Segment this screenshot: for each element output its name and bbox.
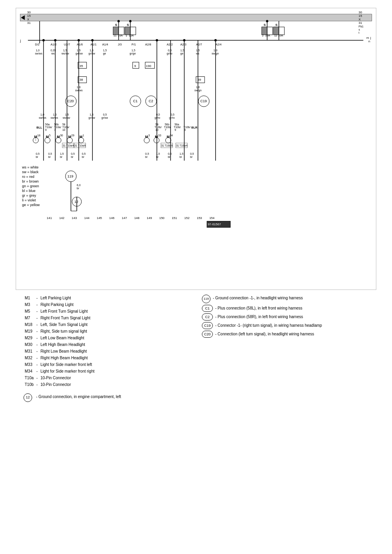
svg-text:s: s: [359, 28, 360, 31]
list-item: M1 - Left Parking Light: [24, 295, 96, 301]
comp-label: Right High Beam Headlight: [39, 355, 96, 361]
list-item: M7 - Right Front Turn Signal Light: [24, 315, 96, 321]
svg-text:sw/gn: sw/gn: [212, 52, 219, 55]
svg-text:10: 10: [62, 129, 65, 131]
svg-text:31: 31: [27, 21, 31, 25]
comp-code: M30: [24, 341, 35, 348]
svg-text:1,5: 1,5: [180, 49, 184, 52]
connector-circle-C1: C1: [202, 305, 213, 312]
svg-text:ge: ge: [103, 52, 106, 55]
svg-text:119: 119: [67, 174, 73, 178]
svg-text:br: br: [180, 156, 182, 158]
svg-text:3: 3: [148, 134, 150, 137]
svg-text:T10b/: T10b/: [154, 126, 162, 129]
svg-text:gr/ro: gr/ro: [169, 116, 174, 119]
svg-text:145: 145: [97, 216, 102, 220]
comp-label: Right Low Beam Headlight: [39, 348, 96, 355]
svg-text:BLL: BLL: [36, 126, 42, 129]
connector-circle-C20: C20: [202, 331, 213, 338]
connector-desc: - Ground connection -1-, in headlight wi…: [213, 295, 303, 302]
comp-dash: -: [35, 348, 39, 355]
svg-text:35: 35: [80, 64, 83, 68]
svg-text:0,5: 0,5: [168, 49, 172, 52]
svg-text:T10b/: T10b/: [174, 126, 181, 129]
svg-point-235: [118, 20, 120, 22]
svg-point-238: [183, 39, 185, 42]
comp-code: M1: [24, 295, 35, 301]
component-table: M1 - Left Parking Light M3 - Right Parki…: [24, 295, 96, 388]
ground-note-item: 12 - Ground connection, in engine compar…: [24, 393, 190, 402]
svg-text:1,5: 1,5: [63, 49, 67, 52]
svg-text:S: S: [115, 23, 117, 27]
svg-text:31 T10a/4: 31 T10a/4: [63, 144, 74, 147]
svg-text:A2/2: A2/2: [167, 43, 172, 46]
svg-text:0,5: 0,5: [103, 113, 107, 116]
list-item: M3 - Right Parking Light: [24, 301, 96, 308]
comp-dash: -: [35, 315, 39, 321]
svg-text:10A: 10A: [129, 34, 134, 37]
comp-dash: -: [35, 341, 39, 348]
svg-text:150: 150: [159, 216, 165, 220]
svg-text:30: 30: [60, 134, 63, 137]
svg-text:T10a/: T10a/: [45, 126, 52, 129]
list-item: T10a - 10-Pin Connector: [24, 375, 96, 381]
svg-text:31 T10b/8: 31 T10b/8: [161, 144, 172, 147]
svg-text:12: 12: [74, 200, 78, 204]
svg-text:br: br: [48, 156, 51, 158]
diagram-area: 30 15 X 31 30 15 X 31 Pb1 s t j m j n: [12, 8, 380, 290]
svg-text:A1/2: A1/2: [51, 43, 56, 46]
svg-text:br: br: [77, 187, 80, 190]
svg-point-236: [129, 20, 131, 22]
svg-text:143: 143: [72, 216, 77, 220]
svg-text:56b: 56b: [54, 123, 59, 126]
comp-label: Left High Beam Headlight: [39, 341, 96, 348]
connector-desc: - Connector -1- (right turn signal), in …: [215, 322, 322, 329]
svg-text:56b: 56b: [165, 123, 169, 126]
svg-text:97-61567: 97-61567: [208, 223, 221, 226]
connector-desc: - Plus connection (58R), in left front w…: [215, 313, 303, 320]
svg-text:146: 146: [109, 216, 115, 220]
svg-text:sw/ws: sw/ws: [51, 116, 58, 119]
svg-text:C19: C19: [200, 99, 207, 103]
list-item: M18 - Left, Side Turn Signal Light: [24, 321, 96, 328]
svg-text:149: 149: [147, 216, 152, 220]
svg-text:gn  = green: gn = green: [22, 184, 39, 188]
comp-label: Right Parking Light: [39, 301, 96, 308]
svg-text:ws: ws: [51, 52, 55, 55]
list-item: M32 - Right High Beam Headlight: [24, 355, 96, 361]
svg-text:M: M: [46, 135, 49, 139]
comp-code: M18: [24, 321, 35, 328]
svg-text:gr/ge: gr/ge: [129, 52, 136, 55]
list-item: M5 - Left Front Turn Signal Light: [24, 308, 96, 315]
svg-text:ro  = red: ro = red: [22, 175, 34, 179]
svg-text:C1: C1: [133, 99, 137, 103]
svg-text:j: j: [370, 36, 371, 40]
svg-text:T10b/: T10b/: [164, 126, 171, 129]
comp-dash: -: [35, 375, 39, 381]
svg-text:58: 58: [62, 123, 65, 126]
svg-text:M: M: [80, 135, 82, 139]
svg-text:br  = brown: br = brown: [22, 179, 39, 183]
comp-code: M34: [24, 368, 35, 375]
comp-code: M3: [24, 301, 35, 308]
svg-text:154: 154: [209, 216, 215, 220]
list-item: M33 - Light for Side marker front left: [24, 361, 96, 368]
svg-text:J/3: J/3: [118, 43, 122, 46]
svg-text:151: 151: [172, 216, 177, 220]
svg-text:1,0: 1,0: [36, 49, 40, 52]
svg-text:1: 1: [126, 34, 127, 37]
svg-text:sw/ws: sw/ws: [75, 89, 83, 92]
comp-label: Left, Side Turn Signal Light: [39, 321, 96, 328]
svg-text:152: 152: [184, 216, 190, 220]
svg-rect-0: [20, 14, 372, 21]
connector-desc: - Connection (left turn signal), in head…: [215, 331, 314, 338]
comp-code: M29: [24, 335, 35, 341]
comp-dash: -: [35, 295, 39, 301]
svg-text:gr   = grey: gr = grey: [22, 194, 36, 197]
svg-text:n: n: [368, 40, 370, 43]
svg-point-231: [42, 39, 45, 42]
svg-text:2: 2: [262, 34, 264, 37]
svg-text:br: br: [190, 156, 193, 158]
svg-text:153: 153: [197, 216, 202, 220]
bottom-section: M1 - Left Parking Light M3 - Right Parki…: [12, 295, 380, 402]
